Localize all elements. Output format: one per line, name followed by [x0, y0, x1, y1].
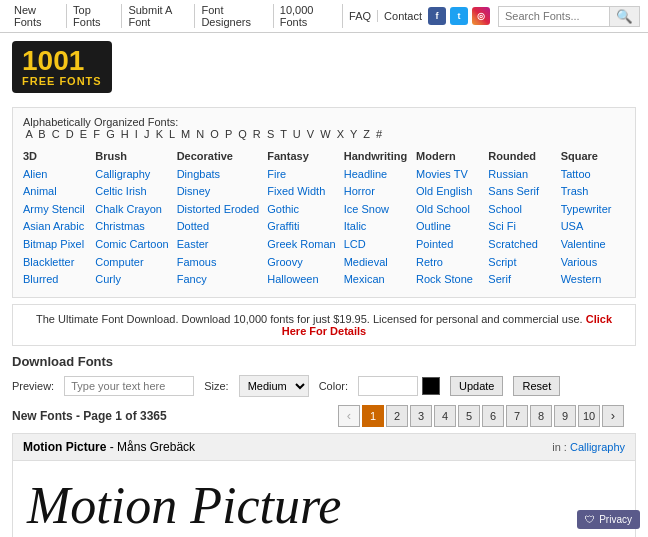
cat-horror[interactable]: Horror	[344, 183, 408, 201]
page-4-button[interactable]: 4	[434, 405, 456, 427]
page-9-button[interactable]: 9	[554, 405, 576, 427]
twitter-icon[interactable]: t	[450, 7, 468, 25]
cat-retro[interactable]: Retro	[416, 254, 480, 272]
font-card-header-motion-picture: Motion Picture - Måns Grebäck in : Calli…	[13, 434, 635, 461]
page-1-button[interactable]: 1	[362, 405, 384, 427]
instagram-icon[interactable]: ◎	[472, 7, 490, 25]
cat-headline[interactable]: Headline	[344, 166, 408, 184]
shield-icon: 🛡	[585, 514, 595, 525]
cat-typewriter[interactable]: Typewriter	[561, 201, 625, 219]
cat-comic-cartoon[interactable]: Comic Cartoon	[95, 236, 168, 254]
cat-easter[interactable]: Easter	[177, 236, 260, 254]
cat-animal[interactable]: Animal	[23, 183, 87, 201]
cat-sans-serif[interactable]: Sans Serif	[488, 183, 552, 201]
cat-script[interactable]: Script	[488, 254, 552, 272]
page-10-button[interactable]: 10	[578, 405, 600, 427]
cat-fixed-width[interactable]: Fixed Width	[267, 183, 335, 201]
cat-italic[interactable]: Italic	[344, 218, 408, 236]
cat-blurred[interactable]: Blurred	[23, 271, 87, 289]
cat-scratched[interactable]: Scratched	[488, 236, 552, 254]
next-page-button[interactable]: ›	[602, 405, 624, 427]
cat-old-school[interactable]: Old School	[416, 201, 480, 219]
cat-movies-tv[interactable]: Movies TV	[416, 166, 480, 184]
cat-tattoo[interactable]: Tattoo	[561, 166, 625, 184]
cat-groovy[interactable]: Groovy	[267, 254, 335, 272]
cat-curly[interactable]: Curly	[95, 271, 168, 289]
cat-celtic-irish[interactable]: Celtic Irish	[95, 183, 168, 201]
cat-graffiti[interactable]: Graffiti	[267, 218, 335, 236]
nav-font-designers[interactable]: Font Designers	[195, 4, 273, 28]
cat-pointed[interactable]: Pointed	[416, 236, 480, 254]
font-card-body-motion-picture: Motion Picture	[13, 461, 635, 537]
page-7-button[interactable]: 7	[506, 405, 528, 427]
size-select[interactable]: Small Medium Large X-Large	[239, 375, 309, 397]
search-input[interactable]	[499, 7, 609, 26]
prev-page-button[interactable]: ‹	[338, 405, 360, 427]
category-link-calligraphy[interactable]: Calligraphy	[570, 441, 625, 453]
cat-serif[interactable]: Serif	[488, 271, 552, 289]
cat-computer[interactable]: Computer	[95, 254, 168, 272]
facebook-icon[interactable]: f	[428, 7, 446, 25]
cat-various[interactable]: Various	[561, 254, 625, 272]
page-8-button[interactable]: 8	[530, 405, 552, 427]
cat-fire[interactable]: Fire	[267, 166, 335, 184]
col-header-brush: Brush	[95, 148, 168, 166]
cat-valentine[interactable]: Valentine	[561, 236, 625, 254]
cat-usa[interactable]: USA	[561, 218, 625, 236]
nav-new-fonts[interactable]: New Fonts	[8, 4, 67, 28]
nav-faq[interactable]: FAQ	[343, 10, 378, 22]
cat-famous[interactable]: Famous	[177, 254, 260, 272]
cat-asian-arabic[interactable]: Asian Arabic	[23, 218, 87, 236]
cat-medieval[interactable]: Medieval	[344, 254, 408, 272]
reset-button[interactable]: Reset	[513, 376, 560, 396]
page-3-button[interactable]: 3	[410, 405, 432, 427]
cat-halloween[interactable]: Halloween	[267, 271, 335, 289]
nav-submit-font[interactable]: Submit A Font	[122, 4, 195, 28]
page-5-button[interactable]: 5	[458, 405, 480, 427]
cat-ice-snow[interactable]: Ice Snow	[344, 201, 408, 219]
update-button[interactable]: Update	[450, 376, 503, 396]
logo[interactable]: 1001 FREE FONTS	[12, 41, 112, 93]
color-text-input[interactable]: #000000	[358, 376, 418, 396]
nav-contact[interactable]: Contact	[378, 10, 428, 22]
font-categories: 3D Alien Animal Army Stencil Asian Arabi…	[23, 148, 625, 289]
cat-bitmap-pixel[interactable]: Bitmap Pixel	[23, 236, 87, 254]
cat-chalk-crayon[interactable]: Chalk Crayon	[95, 201, 168, 219]
cat-blackletter[interactable]: Blackletter	[23, 254, 87, 272]
cat-disney[interactable]: Disney	[177, 183, 260, 201]
cat-greek-roman[interactable]: Greek Roman	[267, 236, 335, 254]
search-button[interactable]: 🔍	[609, 7, 639, 26]
cat-trash[interactable]: Trash	[561, 183, 625, 201]
font-card-motion-picture: Motion Picture - Måns Grebäck in : Calli…	[12, 433, 636, 537]
col-header-decorative: Decorative	[177, 148, 260, 166]
nav-top-fonts[interactable]: Top Fonts	[67, 4, 122, 28]
cat-russian[interactable]: Russian	[488, 166, 552, 184]
cat-alien[interactable]: Alien	[23, 166, 87, 184]
font-category-motion-picture: in : Calligraphy	[552, 441, 625, 453]
color-swatch[interactable]	[422, 377, 440, 395]
cat-western[interactable]: Western	[561, 271, 625, 289]
cat-mexican[interactable]: Mexican	[344, 271, 408, 289]
cat-christmas[interactable]: Christmas	[95, 218, 168, 236]
cat-distorted-eroded[interactable]: Distorted Eroded	[177, 201, 260, 219]
privacy-badge[interactable]: 🛡 Privacy	[577, 510, 640, 529]
cat-army-stencil[interactable]: Army Stencil	[23, 201, 87, 219]
cat-outline[interactable]: Outline	[416, 218, 480, 236]
cat-lcd[interactable]: LCD	[344, 236, 408, 254]
col-header-modern: Modern	[416, 148, 480, 166]
cat-dingbats[interactable]: Dingbats	[177, 166, 260, 184]
page-6-button[interactable]: 6	[482, 405, 504, 427]
cat-rock-stone[interactable]: Rock Stone	[416, 271, 480, 289]
nav-10000-fonts[interactable]: 10,000 Fonts	[274, 4, 343, 28]
cat-fancy[interactable]: Fancy	[177, 271, 260, 289]
cat-sci-fi[interactable]: Sci Fi	[488, 218, 552, 236]
page-2-button[interactable]: 2	[386, 405, 408, 427]
preview-label: Preview:	[12, 380, 54, 392]
cat-old-english[interactable]: Old English	[416, 183, 480, 201]
preview-input[interactable]	[64, 376, 194, 396]
cat-school[interactable]: School	[488, 201, 552, 219]
cat-calligraphy[interactable]: Calligraphy	[95, 166, 168, 184]
cat-dotted[interactable]: Dotted	[177, 218, 260, 236]
cat-gothic[interactable]: Gothic	[267, 201, 335, 219]
logo-top: 1001	[22, 47, 102, 75]
